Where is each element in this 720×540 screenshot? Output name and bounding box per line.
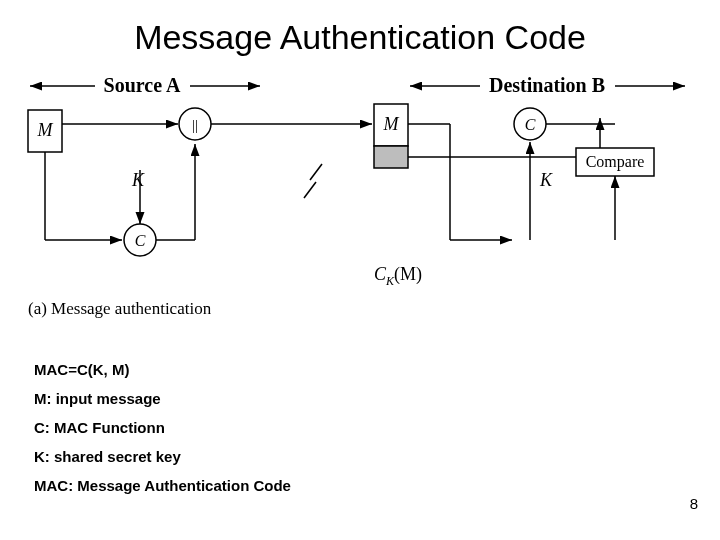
mac-diagram: Source A Destination B M K C || M C K: [0, 70, 720, 330]
ck-label: CK(M): [374, 264, 422, 288]
def-equation: MAC=C(K, M): [34, 362, 291, 377]
svg-line-12: [304, 182, 316, 198]
k-label-dest: K: [539, 170, 553, 190]
concat-label: ||: [192, 117, 198, 133]
page-number: 8: [690, 495, 698, 512]
m-label-source: M: [37, 120, 54, 140]
slide-title: Message Authentication Code: [0, 0, 720, 57]
definitions-block: MAC=C(K, M) M: input message C: MAC Func…: [34, 362, 291, 507]
mac-payload: [374, 146, 408, 168]
m-label-dest: M: [383, 114, 400, 134]
c-label-source: C: [135, 232, 146, 249]
compare-label: Compare: [586, 153, 645, 171]
c-label-dest: C: [525, 116, 536, 133]
diagram-caption: (a) Message authentication: [28, 299, 212, 318]
def-k: K: shared secret key: [34, 449, 291, 464]
def-c: C: MAC Functionn: [34, 420, 291, 435]
def-m: M: input message: [34, 391, 291, 406]
dest-label: Destination B: [489, 74, 605, 96]
source-label: Source A: [104, 74, 181, 96]
svg-line-11: [310, 164, 322, 180]
k-label-source: K: [131, 170, 145, 190]
def-mac: MAC: Message Authentication Code: [34, 478, 291, 493]
